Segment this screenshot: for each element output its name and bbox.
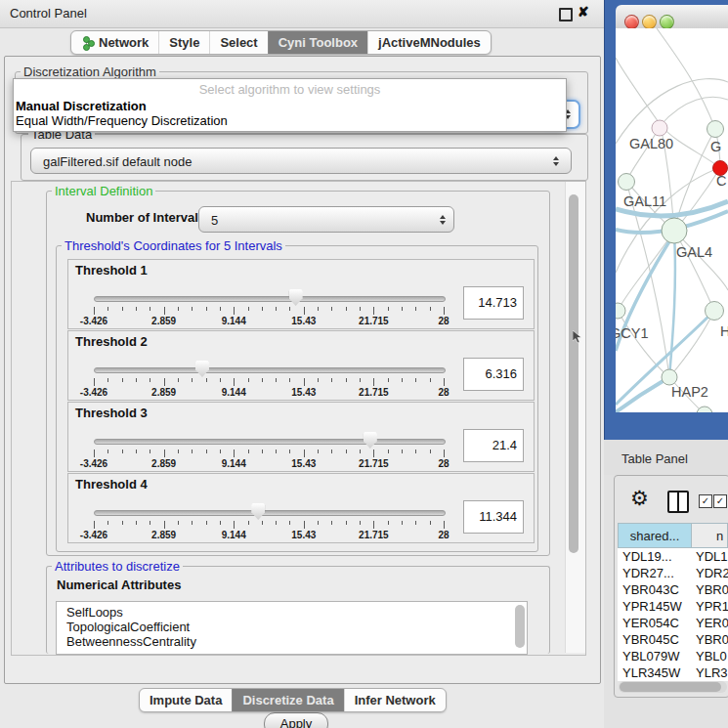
tab-discretize-data[interactable]: Discretize Data (232, 689, 343, 711)
tick-mark (94, 378, 95, 386)
network-node[interactable] (697, 407, 712, 412)
tick-label: -3.426 (80, 458, 107, 469)
slider-handle[interactable] (364, 432, 377, 449)
tab-jactivemnodules[interactable]: jActiveMNodules (367, 31, 491, 54)
column-header-shared[interactable]: shared... (618, 523, 692, 548)
minimize-traffic-light[interactable] (642, 15, 657, 29)
num-intervals-combobox[interactable]: 5 (198, 206, 454, 233)
table-cell[interactable]: YER0 (692, 615, 728, 631)
float-window-icon[interactable] (559, 8, 573, 21)
table-cell[interactable]: YDR27... (618, 565, 692, 581)
table-row[interactable]: YLR345WYLR3 (618, 664, 728, 681)
table-cell[interactable]: YDL19... (618, 548, 692, 565)
tab-impute-data[interactable]: Impute Data (140, 689, 232, 711)
tick-label: 9.144 (222, 387, 246, 398)
network-node[interactable] (616, 303, 625, 319)
scrollbar-thumb[interactable] (620, 682, 721, 692)
network-node[interactable] (706, 302, 724, 321)
table-cell[interactable]: YBL079W (618, 648, 692, 664)
table-cell[interactable]: YPR1 (692, 598, 728, 615)
tab-select[interactable]: Select (209, 31, 267, 54)
split-columns-icon[interactable] (667, 491, 689, 513)
network-window-titlebar[interactable] (616, 5, 728, 29)
scrollbar-thumb[interactable] (569, 194, 578, 553)
select-columns-icon[interactable]: ✓ (699, 494, 712, 508)
table-cell[interactable]: YPR145W (618, 598, 692, 615)
slider-track[interactable] (94, 510, 446, 516)
threshold-value-field[interactable]: 14.713 (463, 286, 524, 320)
slider-handle[interactable] (289, 289, 303, 306)
tick-label: -3.426 (80, 530, 107, 540)
threshold-value-field[interactable]: 6.316 (463, 358, 524, 391)
tick-mark (318, 378, 319, 382)
list-item[interactable]: BetweennessCentrality (66, 634, 196, 649)
tick-label: 28 (438, 530, 449, 540)
tick-mark (430, 521, 431, 525)
network-canvas[interactable]: GAL80 G C GAL11 GAL4 GCY1 H HAP2 (616, 28, 728, 412)
tab-style[interactable]: Style (158, 31, 209, 54)
tick-mark (136, 378, 137, 382)
table-cell[interactable]: YBR043C (618, 581, 692, 598)
slider-handle[interactable] (251, 503, 265, 520)
table-row[interactable]: YPR145WYPR1 (618, 598, 728, 615)
list-item[interactable]: SelfLoops (66, 605, 123, 620)
table-row[interactable]: YBR043CYBR0 (618, 581, 728, 598)
gear-icon[interactable]: ⚙ (630, 487, 649, 510)
network-node[interactable] (652, 120, 667, 136)
close-icon[interactable]: ✘ (578, 4, 589, 20)
tick-mark (136, 450, 137, 453)
slider-track[interactable] (94, 296, 446, 302)
network-node[interactable] (662, 369, 677, 385)
tab-network[interactable]: Network (71, 31, 158, 54)
table-cell[interactable]: YLR345W (618, 664, 692, 681)
combobox-value: galFiltered.sif default node (43, 153, 192, 168)
table-cell[interactable]: YBR045C (618, 631, 692, 648)
tick-mark (248, 450, 249, 453)
table-row[interactable]: YER054CYER0 (618, 615, 728, 631)
slider[interactable] (94, 435, 444, 449)
tab-cyni-toolbox[interactable]: Cyni Toolbox (268, 31, 367, 54)
table-data-combobox[interactable]: galFiltered.sif default node (30, 148, 572, 174)
table-cell[interactable]: YBR0 (692, 631, 728, 648)
slider-track[interactable] (94, 439, 446, 445)
table-cell[interactable]: YDR2 (692, 565, 728, 581)
select-all-icon[interactable]: ✓ (713, 494, 727, 508)
table-cell[interactable]: YBR0 (692, 581, 728, 598)
list-item[interactable]: TopologicalCoefficient (66, 620, 190, 634)
tick-mark (402, 378, 403, 382)
apply-button[interactable]: Apply (264, 712, 328, 728)
slider-track[interactable] (94, 367, 446, 373)
tick-mark (178, 307, 179, 311)
tab-infer-network[interactable]: Infer Network (344, 689, 446, 711)
tick-mark (262, 307, 263, 311)
tick-mark (360, 307, 361, 311)
slider-handle[interactable] (195, 361, 209, 377)
tick-mark (136, 307, 137, 311)
table-cell[interactable]: YDL1 (692, 548, 728, 565)
table-row[interactable]: YDR27...YDR2 (618, 565, 728, 581)
tick-mark (150, 521, 150, 525)
table-row[interactable]: YDL19...YDL1 (618, 548, 728, 565)
threshold-value-field[interactable]: 21.4 (463, 429, 524, 462)
dropdown-option-manual[interactable]: Manual Discretization (16, 99, 147, 113)
table-cell[interactable]: YER054C (618, 615, 692, 631)
list-scrollbar[interactable] (515, 605, 525, 648)
slider[interactable] (94, 364, 444, 377)
network-node[interactable] (619, 174, 635, 191)
slider[interactable] (94, 506, 444, 520)
slider[interactable] (94, 292, 444, 306)
table-row[interactable]: YBL079WYBL0 (618, 648, 728, 664)
tick-mark (248, 521, 249, 525)
close-traffic-light[interactable] (624, 15, 639, 29)
combobox-value: 5 (211, 212, 218, 227)
column-header-name[interactable]: n (692, 523, 728, 548)
tick-label: 2.859 (151, 387, 176, 398)
table-cell[interactable]: YBL0 (692, 648, 728, 664)
table-cell[interactable]: YLR3 (692, 664, 728, 681)
zoom-traffic-light[interactable] (660, 15, 674, 29)
network-node[interactable] (707, 121, 724, 138)
network-node[interactable] (662, 218, 687, 243)
dropdown-option-equal-width[interactable]: Equal Width/Frequency Discretization (16, 113, 228, 128)
table-row[interactable]: YBR045CYBR0 (618, 631, 728, 648)
threshold-value-field[interactable]: 11.344 (463, 500, 524, 534)
